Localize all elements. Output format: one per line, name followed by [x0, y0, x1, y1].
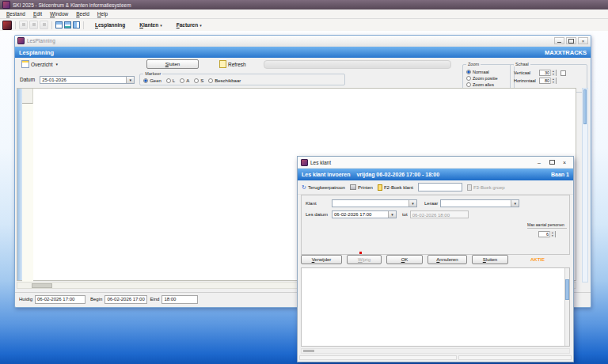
- dialog-header-title: Les klant invoeren: [302, 172, 350, 177]
- chevron-down-icon[interactable]: ▾: [126, 77, 134, 83]
- schaal-checkbox[interactable]: [560, 70, 566, 76]
- app-title: SKI 2025 - Skicentrum & Klanten informat…: [13, 2, 131, 8]
- copy-icon[interactable]: [40, 21, 48, 29]
- printer-icon: [350, 184, 356, 190]
- leraar-combobox[interactable]: ▾: [440, 199, 519, 207]
- markeer-a[interactable]: A: [180, 78, 189, 83]
- vertical-scrollbar[interactable]: [582, 88, 588, 282]
- markeer-beschikbaar[interactable]: Beschikbaar: [208, 78, 241, 83]
- radio-label: S: [200, 78, 203, 83]
- zoom-zoom-positie[interactable]: Zoom positie: [466, 75, 511, 81]
- chevron-down-icon: ▾: [55, 62, 58, 66]
- planner-window-buttons: ×: [554, 37, 588, 44]
- close-button[interactable]: ×: [578, 37, 588, 44]
- radio-icon: [466, 82, 471, 87]
- scrollbar-thumb[interactable]: [32, 283, 52, 288]
- lesdatum-combobox[interactable]: 06-02-2026 17:00 ▾: [332, 210, 397, 218]
- scrollbar-thumb[interactable]: [303, 350, 314, 352]
- radio-icon: [180, 78, 184, 83]
- aktie-status-label: AKTIE: [530, 257, 545, 262]
- radio-icon: [208, 78, 213, 83]
- toolbar-separator: [51, 21, 52, 29]
- brand-label: MAXXTRACKS: [545, 49, 587, 56]
- datum-value: 25-01-2026: [40, 78, 126, 82]
- toolbar-button-facturen[interactable]: Facturen▾: [173, 21, 205, 28]
- dialog-buttons: Verwijder Wijzig OK Annuleren Sluiten AK…: [301, 255, 570, 264]
- dialog-header: Les klant invoeren vrijdag 06-02-2026 17…: [298, 169, 573, 180]
- begin-field[interactable]: 06-02-2026 17:00: [104, 295, 147, 304]
- spin-down-icon[interactable]: ▾: [551, 73, 556, 76]
- tile-vertical-icon[interactable]: [73, 21, 80, 28]
- f2-boek-klant-button[interactable]: F2-Boek klant: [378, 184, 413, 191]
- tot-label: tot: [402, 212, 408, 217]
- spin-down-icon[interactable]: ▾: [550, 234, 555, 237]
- verwijder-button[interactable]: Verwijder: [301, 255, 342, 264]
- statusbar-panel: [458, 355, 572, 360]
- boek-klant-input[interactable]: [418, 183, 462, 191]
- table-vertical-scrollbar[interactable]: [564, 268, 569, 346]
- huidig-field[interactable]: 06-02-2026 17:00: [35, 295, 86, 304]
- markeer-l[interactable]: L: [166, 78, 175, 83]
- close-button[interactable]: ×: [559, 158, 570, 167]
- overzicht-button[interactable]: Overzicht ▾: [18, 59, 61, 70]
- menu-window[interactable]: Window: [46, 10, 72, 17]
- spin-down-icon[interactable]: ▾: [551, 81, 556, 84]
- required-marker: [359, 252, 362, 254]
- klant-label: Klant: [306, 201, 329, 206]
- klant-combobox[interactable]: ▾: [332, 199, 417, 207]
- table-horizontal-scrollbar[interactable]: [301, 348, 570, 354]
- max-personen-value: 6: [539, 232, 549, 237]
- chevron-down-icon[interactable]: ▾: [511, 200, 519, 207]
- radio-icon: [466, 76, 471, 81]
- sluiten-button[interactable]: Sluiten: [146, 59, 199, 69]
- scrollbar-thumb[interactable]: [565, 279, 569, 300]
- radio-label: Zoom positie: [473, 76, 498, 81]
- refresh-icon: [219, 60, 226, 68]
- zoom-zoom-alles[interactable]: Zoom alles: [466, 82, 511, 87]
- dialog-header-baan: Baan 1: [551, 172, 569, 177]
- zoom-normaal[interactable]: Normaal: [466, 69, 511, 74]
- chevron-down-icon[interactable]: ▾: [388, 211, 396, 218]
- scrollbar-thumb[interactable]: [583, 89, 587, 124]
- verticaal-spinner[interactable]: 30 ▴▾: [539, 70, 557, 76]
- app-toolbar-icon[interactable]: [2, 21, 12, 30]
- refresh-button[interactable]: Refresh: [216, 59, 249, 70]
- menu-edit[interactable]: Edit: [29, 10, 46, 17]
- datum-combobox[interactable]: 25-01-2026 ▾: [40, 76, 135, 84]
- wijzig-button[interactable]: Wijzig: [347, 255, 382, 264]
- main-toolbar-buttons: LesplanningKlanten▾Facturen▾: [92, 21, 205, 28]
- markeer-options: GeenLASBeschikbaar: [143, 78, 341, 83]
- chevron-down-icon[interactable]: ▾: [408, 200, 416, 207]
- menu-beeld[interactable]: Beeld: [72, 10, 93, 17]
- terugkeerpatroon-button[interactable]: ↻ Terugkeerpatroon: [302, 184, 345, 191]
- markeer-s[interactable]: S: [194, 78, 203, 83]
- markeer-geen[interactable]: Geen: [143, 78, 162, 83]
- maximize-button[interactable]: [546, 158, 557, 167]
- minimize-button[interactable]: –: [534, 158, 545, 167]
- ok-button[interactable]: OK: [386, 255, 423, 264]
- toolbar-button-klanten[interactable]: Klanten▾: [136, 21, 165, 28]
- tot-field: 06-02-2026 18:00: [410, 210, 469, 218]
- annuleren-button[interactable]: Annuleren: [428, 255, 467, 264]
- undo-icon[interactable]: [19, 21, 28, 29]
- schaal-label: Schaal: [514, 62, 530, 66]
- leraar-label: Leraar: [424, 201, 438, 206]
- sluiten-button[interactable]: Sluiten: [472, 255, 508, 264]
- tile-horizontal-icon[interactable]: [64, 21, 71, 28]
- begin-label: Begin: [90, 297, 102, 301]
- restore-button[interactable]: [566, 37, 576, 44]
- eind-field[interactable]: 18:00: [162, 295, 198, 304]
- book-page-icon: [467, 184, 472, 191]
- radio-icon: [194, 78, 199, 83]
- minimize-button[interactable]: [554, 37, 564, 44]
- f3-boek-groep-button[interactable]: F3-Boek groep: [467, 184, 505, 191]
- menu-help[interactable]: Help: [93, 10, 112, 17]
- menu-bestand[interactable]: Bestand: [2, 10, 29, 17]
- redo-icon[interactable]: [29, 21, 38, 29]
- cascade-windows-icon[interactable]: [55, 21, 63, 28]
- horizontaal-spinner[interactable]: 80 ▴▾: [539, 78, 557, 84]
- printen-button[interactable]: Printen: [350, 184, 373, 190]
- toolbar-button-lesplanning[interactable]: Lesplanning: [92, 21, 128, 28]
- max-personen-spinner[interactable]: 6 ▴▾: [538, 231, 556, 237]
- planner-window-icon: [17, 37, 25, 44]
